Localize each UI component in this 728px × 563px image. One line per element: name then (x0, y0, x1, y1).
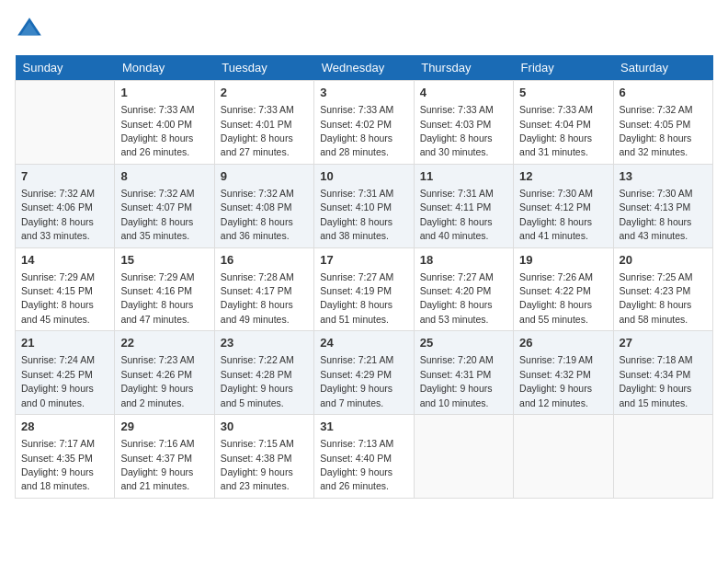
header (15, 15, 713, 44)
cell-info-line: and 45 minutes. (21, 314, 90, 325)
cell-info-line: and 36 minutes. (221, 230, 290, 241)
cell-info-line: Sunrise: 7:28 AM (221, 271, 294, 282)
day-number: 9 (221, 168, 308, 185)
day-number: 19 (519, 252, 607, 269)
day-number: 17 (320, 252, 407, 269)
cell-info-line: Sunset: 4:11 PM (420, 201, 492, 213)
day-number: 3 (320, 85, 407, 101)
cell-info-line: Sunrise: 7:23 AM (120, 354, 194, 365)
cell-info-line: Sunrise: 7:31 AM (420, 188, 494, 199)
day-number: 1 (120, 85, 208, 101)
day-number: 29 (120, 419, 208, 435)
cell-info-line: Sunset: 4:02 PM (320, 119, 392, 130)
cell-info-line: Sunrise: 7:27 AM (420, 271, 494, 282)
cell-info-line: Sunset: 4:29 PM (320, 369, 392, 380)
calendar-cell: 27Sunrise: 7:18 AMSunset: 4:34 PMDayligh… (613, 331, 712, 415)
cell-info-line: and 7 minutes. (320, 397, 383, 408)
calendar-cell: 11Sunrise: 7:31 AMSunset: 4:11 PMDayligh… (414, 164, 513, 247)
day-number: 2 (221, 85, 308, 101)
day-number: 15 (120, 252, 208, 269)
cell-info-line: Sunrise: 7:20 AM (420, 354, 494, 365)
cell-info-line: Sunrise: 7:31 AM (320, 188, 393, 199)
cell-info-line: Sunrise: 7:32 AM (620, 104, 693, 115)
calendar-cell: 3Sunrise: 7:33 AMSunset: 4:02 PMDaylight… (314, 81, 414, 165)
cell-info-line: Sunrise: 7:32 AM (120, 188, 194, 199)
cell-info-line: and 2 minutes. (120, 397, 184, 408)
day-header-friday: Friday (514, 55, 613, 81)
cell-info-line: Daylight: 8 hours (620, 216, 692, 227)
calendar-cell: 16Sunrise: 7:28 AMSunset: 4:17 PMDayligh… (214, 247, 313, 331)
cell-info-line: Daylight: 8 hours (21, 216, 94, 227)
cell-info-line: Sunrise: 7:29 AM (21, 271, 95, 282)
cell-info-line: Daylight: 9 hours (21, 383, 94, 394)
cell-info-line: Sunset: 4:00 PM (120, 119, 192, 130)
calendar-cell (613, 415, 712, 499)
cell-info-line: Sunrise: 7:18 AM (620, 354, 693, 365)
calendar-cell (16, 81, 115, 165)
cell-info-line: Sunset: 4:12 PM (519, 201, 591, 213)
cell-info-line: Sunset: 4:15 PM (21, 285, 93, 296)
cell-info-line: Sunset: 4:17 PM (221, 285, 292, 296)
cell-info-line: and 0 minutes. (21, 397, 85, 408)
cell-info-line: Daylight: 8 hours (420, 216, 493, 227)
cell-info-line: and 10 minutes. (420, 397, 489, 408)
calendar-cell: 25Sunrise: 7:20 AMSunset: 4:31 PMDayligh… (414, 331, 513, 415)
week-row-3: 14Sunrise: 7:29 AMSunset: 4:15 PMDayligh… (16, 247, 713, 331)
cell-info-line: and 43 minutes. (620, 230, 688, 241)
cell-info-line: Sunset: 4:25 PM (21, 369, 93, 380)
cell-info-line: Sunrise: 7:33 AM (221, 104, 294, 115)
calendar-cell: 20Sunrise: 7:25 AMSunset: 4:23 PMDayligh… (613, 247, 712, 331)
cell-info-line: Sunrise: 7:33 AM (120, 104, 194, 115)
cell-info-line: Daylight: 8 hours (519, 216, 592, 227)
cell-info-line: and 41 minutes. (519, 230, 588, 241)
cell-info-line: Sunrise: 7:27 AM (320, 271, 393, 282)
day-header-tuesday: Tuesday (214, 55, 313, 81)
calendar-cell: 8Sunrise: 7:32 AMSunset: 4:07 PMDaylight… (115, 164, 214, 247)
calendar-cell: 9Sunrise: 7:32 AMSunset: 4:08 PMDaylight… (214, 164, 313, 247)
calendar-cell: 28Sunrise: 7:17 AMSunset: 4:35 PMDayligh… (16, 415, 115, 499)
cell-info-line: Sunrise: 7:16 AM (120, 438, 194, 449)
week-row-1: 1Sunrise: 7:33 AMSunset: 4:00 PMDaylight… (16, 81, 713, 165)
cell-info-line: Daylight: 8 hours (519, 132, 592, 144)
week-row-2: 7Sunrise: 7:32 AMSunset: 4:06 PMDaylight… (16, 164, 713, 247)
cell-info-line: Sunrise: 7:25 AM (620, 271, 693, 282)
cell-info-line: Daylight: 8 hours (420, 299, 493, 310)
day-number: 10 (320, 168, 407, 185)
cell-info-line: Sunset: 4:16 PM (120, 285, 192, 296)
calendar-cell: 15Sunrise: 7:29 AMSunset: 4:16 PMDayligh… (115, 247, 214, 331)
cell-info-line: and 5 minutes. (221, 397, 284, 408)
cell-info-line: Sunset: 4:35 PM (21, 453, 93, 464)
cell-info-line: Daylight: 8 hours (221, 299, 293, 310)
cell-info-line: Sunrise: 7:19 AM (519, 354, 593, 365)
cell-info-line: and 32 minutes. (620, 146, 688, 157)
cell-info-line: Daylight: 9 hours (120, 383, 193, 394)
cell-info-line: Sunset: 4:31 PM (420, 369, 492, 380)
cell-info-line: Sunset: 4:22 PM (519, 285, 591, 296)
calendar-cell: 31Sunrise: 7:13 AMSunset: 4:40 PMDayligh… (314, 415, 414, 499)
cell-info-line: Sunrise: 7:13 AM (320, 438, 393, 449)
cell-info-line: and 49 minutes. (221, 314, 290, 325)
day-header-monday: Monday (115, 55, 214, 81)
calendar-cell: 19Sunrise: 7:26 AMSunset: 4:22 PMDayligh… (514, 247, 613, 331)
calendar-cell: 6Sunrise: 7:32 AMSunset: 4:05 PMDaylight… (613, 81, 712, 165)
day-header-wednesday: Wednesday (314, 55, 414, 81)
calendar-cell (514, 415, 613, 499)
day-number: 30 (221, 419, 308, 435)
calendar-cell: 18Sunrise: 7:27 AMSunset: 4:20 PMDayligh… (414, 247, 513, 331)
cell-info-line: and 35 minutes. (120, 230, 189, 241)
day-number: 6 (620, 85, 707, 101)
cell-info-line: Sunrise: 7:33 AM (519, 104, 593, 115)
cell-info-line: Daylight: 8 hours (120, 216, 193, 227)
cell-info-line: Daylight: 9 hours (320, 383, 392, 394)
day-number: 31 (320, 419, 407, 435)
calendar-cell: 22Sunrise: 7:23 AMSunset: 4:26 PMDayligh… (115, 331, 214, 415)
day-number: 13 (620, 168, 707, 185)
cell-info-line: Daylight: 8 hours (420, 132, 493, 144)
day-number: 26 (519, 335, 607, 351)
cell-info-line: Sunrise: 7:30 AM (519, 188, 593, 199)
day-number: 27 (620, 335, 707, 351)
cell-info-line: Daylight: 8 hours (320, 299, 392, 310)
cell-info-line: Sunrise: 7:33 AM (320, 104, 393, 115)
cell-info-line: Daylight: 9 hours (519, 383, 592, 394)
week-row-4: 21Sunrise: 7:24 AMSunset: 4:25 PMDayligh… (16, 331, 713, 415)
